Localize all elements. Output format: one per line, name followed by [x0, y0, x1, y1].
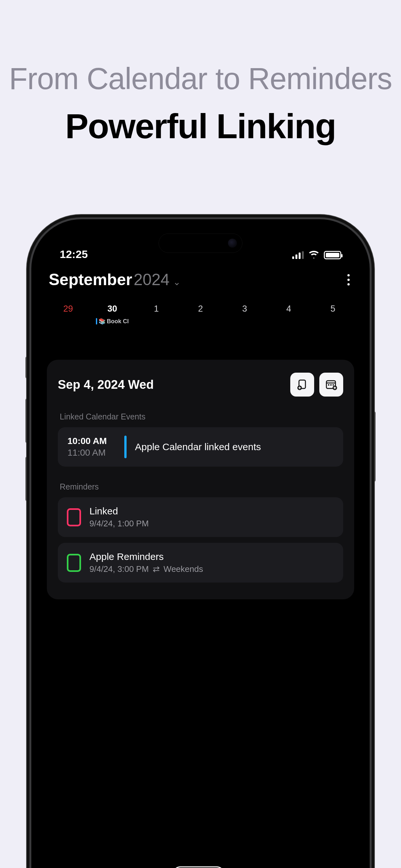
card-date: Sep 4, 2024 Wed — [58, 378, 154, 392]
more-menu-button[interactable] — [345, 272, 352, 288]
day-event-chip: 📚 Book Cl — [92, 318, 133, 325]
calendar-plus-icon — [325, 378, 338, 391]
calendar-header: September 2024 ⌄ — [47, 270, 354, 289]
note-plus-icon — [296, 378, 308, 391]
add-reminder-button[interactable] — [290, 373, 314, 397]
day-number: 2 — [180, 304, 221, 314]
repeat-icon: ⇄ — [153, 564, 160, 574]
day-cell[interactable]: 1 — [135, 304, 177, 325]
promo-header: From Calendar to Reminders Powerful Link… — [0, 0, 401, 146]
reminder-checkbox[interactable] — [67, 508, 81, 526]
week-strip: 29 30 📚 Book Cl 1 2 — [47, 304, 354, 325]
dynamic-island — [158, 234, 243, 253]
year-label: 2024 — [134, 271, 169, 289]
phone-side-button — [26, 356, 29, 379]
day-cell[interactable]: 4 — [268, 304, 309, 325]
reminder-subtitle: 9/4/24, 3:00 PM — [89, 564, 149, 574]
month-label: September — [49, 271, 132, 289]
add-event-button[interactable] — [319, 373, 343, 397]
reminder-subtitle: 9/4/24, 1:00 PM — [89, 519, 149, 529]
phone-mockup: 12:25 September 2 — [29, 217, 372, 868]
today-button[interactable]: Today — [172, 866, 225, 868]
day-event-label: Book Cl — [107, 318, 129, 325]
event-start-time: 10:00 AM — [67, 436, 116, 446]
day-cell[interactable]: 3 — [224, 304, 266, 325]
month-nav-bar: ← August Today October → — [47, 866, 354, 868]
reminder-title: Linked — [89, 506, 149, 517]
day-cell[interactable]: 5 — [312, 304, 353, 325]
calendar-event[interactable]: 10:00 AM 11:00 AM Apple Calendar linked … — [58, 427, 343, 467]
linked-events-label: Linked Calendar Events — [58, 412, 343, 422]
day-number: 30 — [92, 304, 133, 314]
cellular-icon — [292, 251, 304, 259]
svg-rect-6 — [333, 384, 334, 385]
day-cell[interactable]: 29 — [48, 304, 89, 325]
day-number: 3 — [224, 304, 266, 314]
reminder-checkbox[interactable] — [67, 554, 81, 572]
svg-rect-4 — [328, 384, 329, 385]
reminder-title: Apple Reminders — [89, 551, 203, 562]
books-icon: 📚 — [98, 318, 105, 325]
event-title: Apple Calendar linked events — [135, 440, 261, 454]
day-cell[interactable]: 30 📚 Book Cl — [92, 304, 133, 325]
phone-side-button — [372, 411, 375, 482]
svg-rect-5 — [330, 384, 332, 385]
reminders-label: Reminders — [58, 482, 343, 492]
day-number: 29 — [48, 304, 89, 314]
phone-side-button — [26, 398, 29, 443]
reminder-item[interactable]: Linked 9/4/24, 1:00 PM — [58, 497, 343, 537]
status-time: 12:25 — [60, 248, 88, 260]
reminder-item[interactable]: Apple Reminders 9/4/24, 3:00 PM ⇄ Weeken… — [58, 543, 343, 583]
day-number: 4 — [268, 304, 309, 314]
promo-subtitle: From Calendar to Reminders — [0, 61, 401, 96]
front-camera — [228, 239, 237, 248]
day-detail-card: Sep 4, 2024 Wed — [47, 360, 354, 599]
phone-screen: 12:25 September 2 — [37, 225, 364, 868]
chevron-down-icon: ⌄ — [173, 277, 181, 287]
day-cell[interactable]: 2 — [180, 304, 221, 325]
event-end-time: 11:00 AM — [67, 447, 116, 458]
phone-body: 12:25 September 2 — [29, 217, 372, 868]
battery-icon — [324, 251, 341, 259]
wifi-icon — [308, 250, 319, 260]
reminder-repeat: Weekends — [164, 564, 203, 574]
month-selector[interactable]: September 2024 ⌄ — [49, 270, 181, 289]
phone-side-button — [26, 456, 29, 501]
event-color-bar — [124, 436, 127, 458]
promo-title: Powerful Linking — [0, 106, 401, 146]
day-number: 5 — [312, 304, 353, 314]
day-number: 1 — [135, 304, 177, 314]
